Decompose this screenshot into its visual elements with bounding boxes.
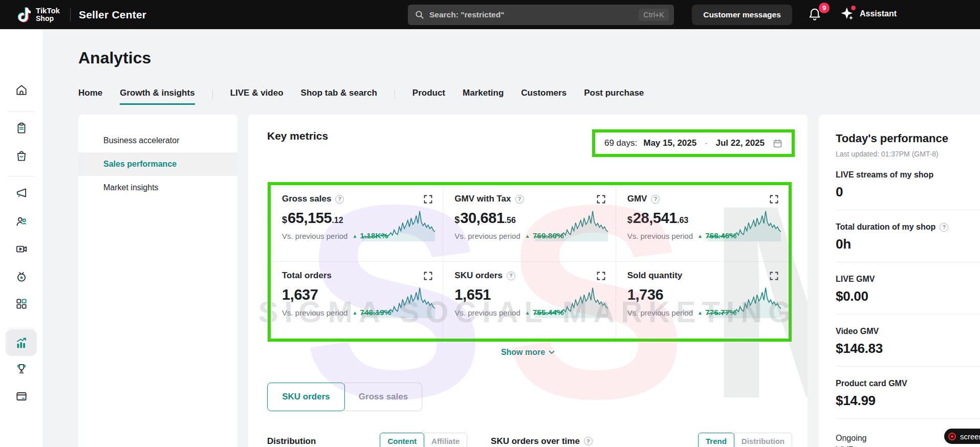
rewards-trophy-icon[interactable] — [15, 362, 28, 375]
affiliate-users-icon[interactable] — [15, 215, 28, 228]
chart-controls-row: Distribution Content Affiliate SKU order… — [267, 433, 792, 447]
tab-product[interactable]: Product — [412, 88, 445, 105]
sku-orders-toggle-button[interactable]: SKU orders — [267, 383, 345, 411]
tab-divider — [395, 90, 395, 99]
tiktok-shop-logo[interactable]: TikTok Shop — [15, 6, 60, 24]
metric-title: Total orders — [282, 271, 332, 281]
up-triangle-icon: ▲ — [698, 310, 703, 316]
record-dot-icon — [948, 433, 956, 440]
help-icon[interactable]: ? — [515, 195, 524, 204]
help-icon[interactable]: ? — [584, 437, 593, 445]
customer-messages-button[interactable]: Customer messages — [692, 5, 792, 25]
expand-icon[interactable] — [597, 195, 605, 204]
expand-icon[interactable] — [770, 195, 778, 204]
expand-icon[interactable] — [424, 272, 432, 280]
help-icon[interactable]: ? — [335, 195, 344, 204]
expand-icon[interactable] — [770, 272, 778, 280]
tab-growth-insights[interactable]: Growth & insights — [120, 88, 194, 105]
tiktok-note-icon — [15, 6, 31, 24]
date-range-picker[interactable]: 69 days: May 15, 2025 - Jul 22, 2025 — [595, 132, 792, 154]
last-updated: Last updated: 01:37PM (GMT-8) — [836, 150, 980, 158]
sku-orders-over-time-label: SKU orders over time — [491, 436, 580, 446]
chevron-down-icon — [549, 350, 555, 354]
live-tv-icon[interactable] — [15, 270, 28, 283]
metric-title: Gross sales — [282, 194, 331, 204]
up-triangle-icon: ▲ — [525, 233, 530, 239]
stat-divider — [836, 418, 980, 419]
tab-live-video[interactable]: LIVE & video — [230, 88, 284, 105]
up-triangle-icon: ▲ — [698, 233, 703, 239]
help-icon[interactable]: ? — [940, 223, 948, 232]
tab-customers[interactable]: Customers — [521, 88, 567, 105]
metric-card-sku-orders: SKU orders ? 1,651 Vs. previous period ▲… — [443, 262, 616, 339]
tab-divider — [212, 90, 213, 99]
metric-card-gmv-with-tax: GMV with Tax ? $30,681.56 Vs. previous p… — [443, 185, 616, 262]
expand-icon[interactable] — [424, 195, 432, 204]
sparkline-chart — [534, 207, 608, 242]
date-range-annotation: 69 days: May 15, 2025 - Jul 22, 2025 — [592, 129, 795, 157]
content-affiliate-toggle: Content Affiliate — [380, 433, 467, 447]
header-divider — [70, 8, 71, 21]
tab-marketing[interactable]: Marketing — [463, 88, 504, 105]
products-bag-icon[interactable] — [15, 149, 28, 163]
metric-cards-grid: Gross sales ? $65,155.12 Vs. previous pe… — [271, 185, 789, 339]
expand-icon[interactable] — [597, 272, 605, 280]
assistant-button[interactable]: Assistant — [840, 6, 897, 22]
metric-title: GMV with Tax — [454, 194, 511, 204]
sidebar-divider — [8, 328, 34, 328]
search-placeholder: Search: "restricted" — [429, 10, 639, 19]
sparkline-chart — [361, 207, 435, 242]
subnav-business-accelerator[interactable]: Business accelerator — [78, 129, 237, 152]
tab-home[interactable]: Home — [78, 88, 102, 105]
stat-live-gmv: LIVE GMV $0.00 — [836, 275, 980, 304]
sparkline-chart — [534, 283, 608, 319]
affiliate-toggle-button[interactable]: Affiliate — [424, 433, 467, 447]
tab-post-purchase[interactable]: Post purchase — [584, 88, 644, 105]
content-toggle-button[interactable]: Content — [380, 433, 424, 447]
orders-clipboard-icon[interactable] — [15, 122, 28, 135]
help-icon[interactable]: ? — [507, 272, 515, 280]
sparkline-chart — [361, 283, 435, 319]
help-icon[interactable]: ? — [651, 195, 660, 204]
metric-title: SKU orders — [454, 271, 503, 281]
notification-badge: 9 — [819, 3, 830, 13]
distribution-label: Distribution — [267, 436, 316, 446]
show-more-button[interactable]: Show more — [248, 348, 808, 357]
key-metrics-title: Key metrics — [267, 130, 328, 142]
left-icon-sidebar — [0, 29, 42, 447]
screen-recorder-pill[interactable]: screen — [944, 429, 980, 444]
notifications-button[interactable]: 9 — [808, 7, 825, 24]
apps-grid-icon[interactable] — [15, 297, 28, 310]
page-title: Analytics — [78, 49, 151, 68]
stat-live-streams: LIVE streams of my shop 0 — [836, 170, 980, 200]
metric-title: Sold quantity — [627, 271, 683, 281]
metric-card-gross-sales: Gross sales ? $65,155.12 Vs. previous pe… — [271, 185, 443, 262]
metric-cards-annotation: Gross sales ? $65,155.12 Vs. previous pe… — [268, 182, 792, 342]
gross-sales-toggle-button[interactable]: Gross sales — [344, 383, 422, 411]
subnav-sales-performance[interactable]: Sales performance — [78, 152, 237, 176]
metric-chart-toggle: SKU orders Gross sales — [267, 383, 422, 411]
home-icon[interactable] — [15, 83, 28, 97]
sparkline-chart — [707, 207, 781, 242]
metric-card-sold-quantity: Sold quantity 1,736 Vs. previous period … — [616, 262, 789, 339]
marketing-megaphone-icon[interactable] — [15, 187, 28, 200]
stat-product-card-gmv: Product card GMV $14.99 — [836, 379, 980, 409]
trend-toggle-button[interactable]: Trend — [698, 433, 734, 447]
tab-shop-tab-search[interactable]: Shop tab & search — [301, 88, 377, 105]
up-triangle-icon: ▲ — [352, 233, 357, 239]
distribution-toggle-button[interactable]: Distribution — [734, 433, 792, 447]
stat-divider — [836, 262, 980, 262]
finance-wallet-icon[interactable] — [15, 390, 28, 403]
search-input[interactable]: Search: "restricted" Ctrl+K — [408, 5, 674, 25]
analytics-chart-icon — [15, 337, 28, 350]
assistant-label: Assistant — [860, 9, 897, 18]
stat-total-duration: Total duration of my shop? 0h — [836, 222, 980, 252]
stat-divider — [836, 210, 980, 210]
analytics-tabs: Home Growth & insights LIVE & video Shop… — [78, 88, 644, 105]
assistant-alert-dot — [851, 6, 856, 10]
stat-divider — [836, 366, 980, 367]
search-shortcut: Ctrl+K — [639, 9, 669, 21]
seller-center-title: Seller Center — [79, 9, 146, 21]
subnav-market-insights[interactable]: Market insights — [78, 176, 237, 199]
video-camera-icon[interactable] — [15, 242, 28, 256]
